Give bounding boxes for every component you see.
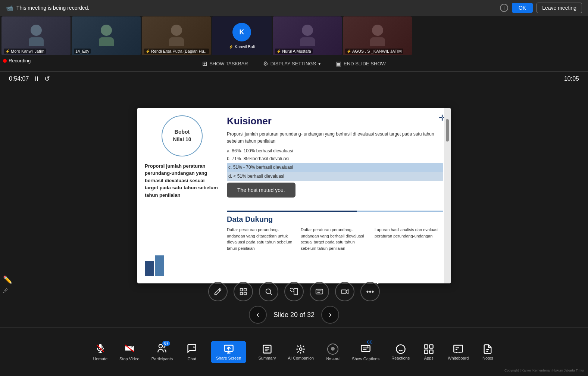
- muted-icon-5: ⚡: [347, 49, 351, 53]
- grid-tool-button[interactable]: [234, 282, 253, 301]
- reactions-button[interactable]: Reactions: [385, 341, 416, 363]
- participant-thumb-3[interactable]: K ⚡ Kanwil Bali: [212, 16, 272, 55]
- slide-scrollbar-area: [444, 108, 451, 283]
- captions-icon-area: CC ▲: [360, 343, 371, 355]
- bobot-circle: Bobot Nilai 10: [162, 115, 203, 156]
- video-tool-button[interactable]: [335, 282, 354, 301]
- display-settings-btn[interactable]: ⚙ DISPLAY SETTINGS ▾: [263, 60, 321, 67]
- record-icon-area: [327, 344, 338, 355]
- share-screen-button[interactable]: Share Screen: [205, 338, 252, 366]
- svg-rect-7: [294, 289, 297, 295]
- participant-thumb-5[interactable]: ⚡ AGUS . S _KANWIL JATIM: [343, 16, 412, 55]
- svg-rect-32: [430, 345, 433, 348]
- notification-bar: 📹 This meeting is being recorded. i OK L…: [0, 0, 588, 16]
- bobot-label1: Bobot: [175, 128, 190, 136]
- pause-button[interactable]: ⏸: [33, 75, 40, 83]
- end-slide-show-btn[interactable]: ▣ END SLIDE SHOW: [336, 60, 386, 67]
- toast-message: The host muted you.: [237, 187, 285, 193]
- ok-button[interactable]: OK: [512, 3, 533, 13]
- option-c: c. 51% - 70% berhasil dievaluasi: [227, 163, 443, 172]
- annotation-tools: ✏️ 🖊: [3, 275, 12, 294]
- notes-label: Notes: [482, 356, 493, 360]
- stop-video-button[interactable]: ▲ Stop Video: [113, 340, 146, 364]
- slide-scrollbar[interactable]: [446, 119, 449, 142]
- participants-button[interactable]: 87 ▲ Participants: [146, 340, 179, 364]
- left-description: Proporsi jumlah peraturan perundang-unda…: [145, 162, 219, 199]
- slide-prev-button[interactable]: ‹: [249, 306, 267, 324]
- timer-row: 0:54:07 ⏸ ↺ 10:05: [0, 72, 588, 86]
- chat-button[interactable]: ▲ Chat: [179, 340, 205, 364]
- display-settings-label: DISPLAY SETTINGS: [270, 61, 316, 66]
- svg-rect-3: [244, 292, 246, 295]
- slide-left: Bobot Nilai 10 Proporsi jumlah peraturan…: [145, 115, 219, 276]
- summary-button[interactable]: Summary: [252, 341, 282, 363]
- pen-tool-button[interactable]: [208, 282, 228, 301]
- leave-meeting-button[interactable]: Leave meeting: [537, 3, 582, 13]
- share-screen-container: Share Screen: [211, 341, 246, 363]
- record-icon: 📹: [6, 4, 13, 12]
- participant-thumb-4[interactable]: ⚡ Nurul A Mustafa: [273, 16, 342, 55]
- show-taskbar-label: SHOW TASKBAR: [209, 61, 248, 66]
- show-taskbar-btn[interactable]: ⊞ SHOW TASKBAR: [202, 60, 248, 67]
- caption-tool-button[interactable]: [310, 282, 329, 301]
- bottom-toolbar: ▲ Unmute ▲ Stop Video 87 ▲ Partici: [0, 327, 588, 376]
- cc-badge: CC: [367, 340, 372, 344]
- whiteboard-button[interactable]: Whiteboard: [442, 341, 475, 363]
- copyright-text: Copyright | Kanwil Kementerian Hukum Jak…: [504, 369, 584, 372]
- eraser-icon[interactable]: 🖊: [3, 287, 12, 294]
- ai-companion-icon: [295, 344, 306, 354]
- show-captions-button[interactable]: CC ▲ Show Captions: [346, 340, 385, 364]
- apps-button[interactable]: Apps: [416, 341, 442, 363]
- refresh-button[interactable]: ↺: [44, 75, 50, 83]
- info-icon[interactable]: i: [500, 4, 508, 12]
- svg-rect-6: [291, 289, 293, 291]
- svg-line-5: [270, 293, 272, 295]
- unmute-button[interactable]: ▲ Unmute: [87, 340, 114, 364]
- slide-right: Kuisioner Proporsi jumlah peraturan peru…: [227, 115, 443, 276]
- unmute-icon-area: ▲: [95, 343, 106, 355]
- svg-rect-34: [430, 350, 433, 353]
- slide-divider: [227, 211, 443, 212]
- endslide-icon: ▣: [336, 60, 341, 67]
- bar-2: [155, 255, 164, 276]
- participants-label: Participants: [151, 357, 173, 361]
- record-button[interactable]: Record: [320, 341, 346, 364]
- data-col-3: Laporan hasil analisis dan evaluasi pera…: [375, 227, 443, 251]
- slide-presentation-area: ✛ Bobot Nilai 10 Proporsi jumlah peratur…: [0, 86, 588, 305]
- taskbar-icon: ⊞: [202, 60, 207, 67]
- display-settings-arrow: ▾: [318, 61, 321, 66]
- timer-controls: 0:54:07 ⏸ ↺: [9, 75, 50, 83]
- participant-thumb-2[interactable]: ⚡ Rendi Ersa Putra (Bagian Hu...: [142, 16, 211, 55]
- stop-video-icon-area: ▲: [124, 343, 135, 355]
- pointer-tool-button[interactable]: [284, 282, 304, 301]
- unmute-label: Unmute: [93, 357, 108, 361]
- participant-thumb-0[interactable]: ⚡ Moro Kanwil Jatim: [1, 16, 71, 55]
- stop-video-label: Stop Video: [119, 357, 140, 361]
- data-dukung-title: Data Dukung: [227, 215, 443, 224]
- slide-title: Kuisioner: [227, 115, 443, 127]
- svg-point-4: [266, 289, 271, 294]
- timer-elapsed: 0:54:07: [9, 75, 29, 82]
- notes-button[interactable]: Notes: [475, 341, 501, 363]
- muted-icon-2: ⚡: [146, 49, 150, 53]
- participant-thumb-label-2: ⚡ Rendi Ersa Putra (Bagian Hu...: [144, 49, 209, 54]
- search-tool-button[interactable]: [259, 282, 278, 301]
- record-label: Record: [326, 356, 340, 361]
- option-b: b. 71%- 85%berhasil dievaluasi: [227, 155, 443, 163]
- participant-thumb-1[interactable]: 14_Edy: [72, 16, 141, 55]
- chat-arrow: ▲: [192, 345, 196, 348]
- notification-left: 📹 This meeting is being recorded.: [6, 4, 89, 12]
- data-col-2: Daftar peraturan perundang-undangan yang…: [301, 227, 369, 251]
- unmute-arrow: ▲: [101, 345, 104, 348]
- svg-rect-35: [454, 345, 463, 352]
- pencil-icon[interactable]: ✏️: [3, 275, 12, 284]
- ai-companion-button[interactable]: AI Companion: [282, 341, 320, 363]
- participant-thumb-label-5: ⚡ AGUS . S _KANWIL JATIM: [345, 49, 403, 54]
- notification-right: i OK Leave meeting: [500, 3, 582, 13]
- more-tool-button[interactable]: •••: [360, 282, 380, 301]
- ai-companion-label: AI Companion: [288, 356, 314, 360]
- slide-next-button[interactable]: ›: [321, 306, 339, 324]
- svg-rect-8: [316, 289, 323, 294]
- slide-content: Bobot Nilai 10 Proporsi jumlah peraturan…: [137, 108, 451, 283]
- participants-icon-area: 87 ▲: [157, 343, 167, 355]
